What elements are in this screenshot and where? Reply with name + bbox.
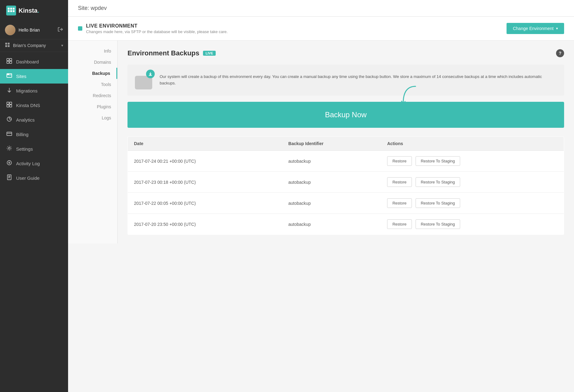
sidebar-item-label: Billing: [16, 132, 28, 137]
migrations-icon: [6, 87, 12, 94]
analytics-icon: [6, 116, 12, 123]
site-title: Site: wpdev: [78, 5, 107, 11]
backups-title-row: Environment Backups LIVE: [127, 49, 216, 57]
restore-to-staging-button[interactable]: Restore To Staging: [416, 177, 460, 187]
restore-button[interactable]: Restore: [387, 219, 412, 229]
restore-to-staging-button[interactable]: Restore To Staging: [416, 198, 460, 208]
grid-icon: [5, 42, 10, 49]
sidebar-item-billing[interactable]: Billing: [0, 127, 68, 142]
user-info: Hello Brian: [5, 25, 40, 35]
restore-to-staging-button[interactable]: Restore To Staging: [416, 219, 460, 229]
env-dot: [78, 26, 82, 31]
svg-rect-1: [10, 8, 12, 10]
user-name: Hello Brian: [19, 28, 40, 32]
sub-nav-item-info[interactable]: Info: [68, 45, 117, 57]
logout-icon[interactable]: [58, 27, 63, 33]
sub-nav-item-tools[interactable]: Tools: [68, 79, 117, 90]
col-date: Date: [128, 137, 282, 151]
col-actions: Actions: [381, 137, 564, 151]
settings-icon: [6, 145, 12, 153]
sub-nav: Info Domains Backups Tools Redirects Plu…: [68, 41, 118, 243]
logo-area: Kinsta.: [0, 0, 68, 21]
cell-identifier: autobackup: [282, 193, 381, 214]
cell-actions: Restore Restore To Staging: [381, 193, 564, 214]
svg-rect-6: [5, 43, 7, 45]
svg-rect-9: [8, 45, 10, 47]
svg-point-25: [9, 162, 10, 163]
cell-date: 2017-07-24 00:21 +00:00 (UTC): [128, 151, 282, 172]
drive-download-icon: [146, 70, 155, 78]
backup-icon-area: [135, 71, 153, 89]
sites-icon: [6, 73, 12, 80]
sidebar-item-label: Dashboard: [16, 59, 39, 64]
top-header: Site: wpdev: [68, 0, 574, 17]
dashboard-icon: [6, 58, 12, 65]
svg-rect-3: [8, 10, 10, 12]
sidebar-item-label: Activity Log: [16, 161, 40, 166]
activity-icon: [6, 160, 12, 167]
cell-actions: Restore Restore To Staging: [381, 151, 564, 172]
help-icon[interactable]: ?: [556, 49, 564, 57]
restore-button[interactable]: Restore: [387, 156, 412, 166]
restore-button[interactable]: Restore: [387, 198, 412, 208]
env-sublabel: Changes made here, via SFTP or the datab…: [86, 29, 228, 34]
sidebar-item-migrations[interactable]: Migrations: [0, 84, 68, 98]
sidebar-item-settings[interactable]: Settings: [0, 142, 68, 156]
sidebar-item-label: Kinsta DNS: [16, 103, 40, 108]
svg-point-23: [8, 147, 10, 149]
svg-rect-11: [10, 58, 12, 61]
svg-point-16: [8, 74, 9, 75]
restore-button[interactable]: Restore: [387, 177, 412, 187]
sub-nav-item-plugins[interactable]: Plugins: [68, 101, 117, 112]
backup-now-button[interactable]: Backup Now: [127, 102, 564, 128]
change-environment-button[interactable]: Change Environment ▾: [507, 23, 564, 34]
company-info: Brian's Company: [5, 42, 46, 49]
cell-identifier: autobackup: [282, 214, 381, 235]
main-nav: Dashboard Sites Migrations: [0, 52, 68, 392]
billing-icon: [6, 131, 12, 138]
svg-rect-19: [7, 105, 9, 107]
logo-text: Kinsta.: [19, 7, 39, 14]
table-row: 2017-07-22 00:05 +00:00 (UTC) autobackup…: [128, 193, 564, 214]
sub-nav-item-domains[interactable]: Domains: [68, 57, 117, 68]
main-content: Site: wpdev LIVE ENVIRONMENT Changes mad…: [68, 0, 574, 392]
sub-nav-item-redirects[interactable]: Redirects: [68, 90, 117, 101]
backups-table: Date Backup Identifier Actions 2017-07-2…: [127, 136, 564, 235]
sub-nav-item-backups[interactable]: Backups: [68, 68, 117, 79]
svg-rect-22: [7, 132, 12, 136]
restore-to-staging-button[interactable]: Restore To Staging: [416, 156, 460, 166]
sidebar-item-label: Sites: [16, 74, 26, 79]
sidebar-item-kinsta-dns[interactable]: Kinsta DNS: [0, 98, 68, 113]
sidebar-item-user-guide[interactable]: User Guide: [0, 171, 68, 185]
svg-rect-10: [7, 58, 9, 61]
guide-icon: [6, 174, 12, 182]
svg-rect-7: [8, 43, 10, 45]
table-row: 2017-07-20 23:50 +00:00 (UTC) autobackup…: [128, 214, 564, 235]
chevron-down-icon: ▾: [61, 43, 63, 48]
content-body: Info Domains Backups Tools Redirects Plu…: [68, 41, 574, 243]
sidebar-item-label: Analytics: [16, 117, 35, 123]
sub-nav-item-logs[interactable]: Logs: [68, 112, 117, 123]
company-name: Brian's Company: [13, 43, 46, 48]
sidebar-item-label: User Guide: [16, 175, 40, 181]
chevron-down-icon: ▾: [556, 26, 558, 31]
user-section: Hello Brian: [0, 21, 68, 39]
svg-rect-12: [7, 61, 9, 63]
cell-date: 2017-07-22 00:05 +00:00 (UTC): [128, 193, 282, 214]
content-area: LIVE ENVIRONMENT Changes made here, via …: [68, 17, 574, 392]
company-section[interactable]: Brian's Company ▾: [0, 39, 68, 52]
sidebar-item-activity-log[interactable]: Activity Log: [0, 156, 68, 171]
backups-title: Environment Backups: [127, 49, 199, 57]
sidebar-item-sites[interactable]: Sites: [0, 69, 68, 84]
col-identifier: Backup Identifier: [282, 137, 381, 151]
backups-header: Environment Backups LIVE ?: [127, 49, 564, 57]
svg-rect-13: [10, 61, 12, 63]
svg-rect-17: [7, 102, 9, 104]
cell-actions: Restore Restore To Staging: [381, 172, 564, 193]
env-info: LIVE ENVIRONMENT Changes made here, via …: [78, 23, 228, 34]
sidebar-item-dashboard[interactable]: Dashboard: [0, 54, 68, 69]
cell-actions: Restore Restore To Staging: [381, 214, 564, 235]
cell-date: 2017-07-23 00:18 +00:00 (UTC): [128, 172, 282, 193]
sidebar-item-analytics[interactable]: Analytics: [0, 113, 68, 127]
svg-point-24: [7, 161, 11, 165]
